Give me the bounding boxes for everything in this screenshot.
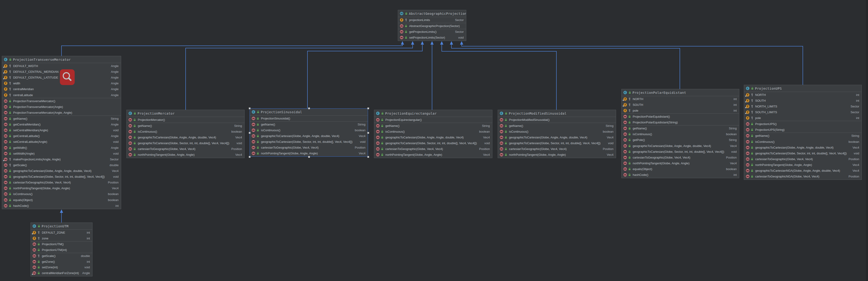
- class-title-bar[interactable]: CProjectionSinusoidal: [250, 108, 368, 116]
- method-row[interactable]: mgeographicToCartesian(Globe, Angle, Ang…: [374, 134, 492, 140]
- class-title-bar[interactable]: CProjectionTransverseMercator: [2, 56, 121, 63]
- class-title-bar[interactable]: CProjectionUTM: [31, 223, 92, 230]
- method-row[interactable]: mnorthPointingTangent(Globe, Angle, Angl…: [622, 160, 739, 166]
- extends-edge-ProjectionSinusoidal[interactable]: [307, 44, 422, 108]
- class-node-ProjectionUTM[interactable]: CProjectionUTMf*DEFAULT_ZONEintfzoneintm…: [31, 222, 92, 276]
- constructor-row[interactable]: mProjectionSinusoidal(): [250, 116, 368, 121]
- method-row[interactable]: mnorthPointingTangent(Globe, Angle, Angl…: [127, 152, 244, 158]
- class-title-bar[interactable]: CProjectionModifiedSinusoidal: [498, 110, 616, 117]
- class-node-ProjectionModifiedSinusoidal[interactable]: CProjectionModifiedSinusoidalmProjection…: [498, 110, 616, 158]
- method-row[interactable]: mgeographicToCartesian(Globe, Sector, in…: [744, 150, 862, 156]
- method-row[interactable]: mgeographicToCartesian(Globe, Sector, in…: [498, 140, 616, 146]
- method-row[interactable]: mgeographicToCartesian(Globe, Angle, Ang…: [744, 145, 862, 150]
- method-row[interactable]: mequals(Object)boolean: [2, 197, 121, 203]
- method-row[interactable]: mnorthPointingTangent(Globe, Angle, Angl…: [2, 185, 121, 191]
- field-row[interactable]: f*DEFAULT_ZONEint: [31, 230, 92, 236]
- field-row[interactable]: fpoleint: [622, 108, 739, 114]
- method-row[interactable]: mgetCentralMeridian()Angle: [2, 122, 121, 127]
- extends-edge-ProjectionMercator[interactable]: [186, 44, 413, 110]
- field-row[interactable]: f*NORTHint: [622, 96, 739, 102]
- method-row[interactable]: msetWidth(Angle)void: [2, 151, 121, 156]
- constructor-row[interactable]: mProjectionModifiedSinusoidal(): [498, 117, 616, 123]
- method-row[interactable]: misContinuous()boolean: [498, 129, 616, 134]
- method-row[interactable]: mgetName()String: [374, 123, 492, 129]
- selection-handle[interactable]: [308, 107, 310, 109]
- method-row[interactable]: misContinuous()boolean: [127, 129, 244, 134]
- method-row[interactable]: misContinuous()boolean: [622, 131, 739, 137]
- method-row[interactable]: mgeographicToCartesian(Globe, Angle, Ang…: [127, 134, 244, 140]
- method-row[interactable]: mgeographicToCartesian(Globe, Sector, in…: [622, 149, 739, 155]
- constructor-row[interactable]: mProjectionTransverseMercator(Angle): [2, 104, 121, 110]
- method-row[interactable]: mcartesianToGeographic(Globe, Vec4, Vec4…: [744, 156, 862, 162]
- extends-edge-ProjectionPolarEquidistant[interactable]: [452, 44, 680, 89]
- selection-handle[interactable]: [367, 132, 369, 134]
- method-row[interactable]: mequals(Object)boolean: [622, 166, 739, 172]
- method-row[interactable]: mnorthPointingTangent(Globe, Angle, Angl…: [374, 152, 492, 158]
- method-row[interactable]: mgetWidth()Angle: [2, 145, 121, 151]
- method-row[interactable]: mgetName()String: [622, 125, 739, 131]
- method-row[interactable]: mcartesianToGeographic(Globe, Vec4, Vec4…: [127, 146, 244, 152]
- class-node-ProjectionEquirectangular[interactable]: CProjectionEquirectangularmProjectionEqu…: [374, 110, 492, 158]
- method-row[interactable]: mhashCode()int: [622, 172, 739, 178]
- class-node-ProjectionSinusoidal[interactable]: CProjectionSinusoidalmProjectionSinusoid…: [250, 108, 368, 157]
- method-row[interactable]: mgetScale()double: [31, 253, 92, 259]
- constructor-row[interactable]: mProjectionPolarEquidistant(String): [622, 120, 739, 125]
- method-row[interactable]: msetCentralMeridian(Angle)void: [2, 127, 121, 133]
- method-row[interactable]: msetProjectionLimits(Sector)void: [398, 35, 466, 40]
- field-row[interactable]: fcentralMeridianAngle: [2, 86, 121, 92]
- method-row[interactable]: mgetPole()String: [622, 137, 739, 143]
- method-row[interactable]: m*makeProjectionLimits(Angle, Angle)Sect…: [2, 156, 121, 162]
- selection-handle[interactable]: [308, 156, 310, 158]
- method-row[interactable]: mnorthPointingTangent(Globe, Angle, Angl…: [498, 152, 616, 158]
- constructor-row[interactable]: mProjectionUTM(): [31, 242, 92, 247]
- method-row[interactable]: misContinuous()boolean: [2, 191, 121, 197]
- method-row[interactable]: mgeographicToCartesian(Globe, Angle, Ang…: [2, 168, 121, 174]
- class-title-bar[interactable]: CProjectionEquirectangular: [374, 110, 492, 117]
- selection-handle[interactable]: [367, 156, 369, 158]
- constructor-row[interactable]: mProjectionEquirectangular(): [374, 117, 492, 123]
- method-row[interactable]: mnorthPointingTangent(Globe, Angle, Angl…: [250, 150, 368, 156]
- method-row[interactable]: mgeographicToCartesian(Globe, Sector, in…: [250, 139, 368, 145]
- selection-handle[interactable]: [249, 107, 251, 109]
- method-row[interactable]: mgeographicToCartesian(Globe, Sector, in…: [374, 140, 492, 146]
- extends-edge-ProjectionModifiedSinusoidal[interactable]: [442, 44, 556, 110]
- field-row[interactable]: f*SOUTHint: [744, 98, 862, 103]
- extends-edge-ProjectionTransverseMercator[interactable]: [61, 44, 402, 56]
- method-row[interactable]: misContinuous()boolean: [250, 127, 368, 133]
- class-title-bar[interactable]: CProjectionPolarEquidistant: [622, 89, 739, 96]
- constructor-row[interactable]: mProjectionUPS(): [744, 121, 862, 127]
- constructor-row[interactable]: mAbstractGeographicProjection(Sector): [398, 23, 466, 29]
- class-title-bar[interactable]: CProjectionUPS: [744, 85, 862, 92]
- scrollbar-track[interactable]: [866, 0, 868, 281]
- field-row[interactable]: fpoleint: [744, 115, 862, 121]
- method-row[interactable]: mgetName()String: [127, 123, 244, 129]
- field-row[interactable]: f*SOUTHint: [622, 102, 739, 108]
- field-row[interactable]: fprojectionLimitsSector: [398, 17, 466, 23]
- constructor-row[interactable]: mProjectionUTM(int): [31, 247, 92, 253]
- selection-handle[interactable]: [249, 132, 251, 134]
- diagram-canvas[interactable]: (C)AbstractGeographicProjectionfprojecti…: [0, 0, 868, 281]
- method-row[interactable]: mcartesianToGeographic(Globe, Vec4, Vec4…: [374, 146, 492, 152]
- class-title-bar[interactable]: (C)AbstractGeographicProjection: [398, 10, 466, 17]
- method-row[interactable]: mgetName()String: [498, 123, 616, 129]
- constructor-row[interactable]: mProjectionTransverseMercator(Angle, Ang…: [2, 110, 121, 116]
- field-row[interactable]: f*SOUTH_LIMITSSector: [744, 109, 862, 115]
- constructor-row[interactable]: mProjectionPolarEquidistant(): [622, 114, 739, 120]
- method-row[interactable]: msetZone(int)void: [31, 264, 92, 270]
- constructor-row[interactable]: mProjectionUPS(String): [744, 127, 862, 133]
- method-row[interactable]: mcartesianToGeographic(Globe, Vec4, Vec4…: [2, 180, 121, 185]
- method-row[interactable]: misContinuous()boolean: [374, 129, 492, 134]
- method-row[interactable]: msetCentralLatitude(Angle)void: [2, 139, 121, 145]
- method-row[interactable]: mgetCentralLatitude()Angle: [2, 133, 121, 139]
- method-row[interactable]: mgetZone()int: [31, 259, 92, 264]
- method-row[interactable]: mgeographicToCartesian(Globe, Angle, Ang…: [250, 133, 368, 139]
- extends-edge-ProjectionUPS[interactable]: [462, 44, 803, 85]
- constructor-row[interactable]: mProjectionMercator(): [127, 117, 244, 123]
- method-row[interactable]: mcartesianToGeographic(Globe, Vec4, Vec4…: [250, 145, 368, 150]
- method-row[interactable]: mnorthPointingTangent(Globe, Angle, Angl…: [744, 162, 862, 168]
- method-row[interactable]: mgeographicToCartesian(Globe, Angle, Ang…: [622, 143, 739, 149]
- class-node-AbstractGeographicProjection[interactable]: (C)AbstractGeographicProjectionfprojecti…: [398, 10, 466, 41]
- class-node-ProjectionMercator[interactable]: CProjectionMercatormProjectionMercator()…: [126, 110, 245, 158]
- method-row[interactable]: mgeographicToCartesian(Globe, Angle, Ang…: [498, 134, 616, 140]
- field-row[interactable]: f*NORTHint: [744, 92, 862, 98]
